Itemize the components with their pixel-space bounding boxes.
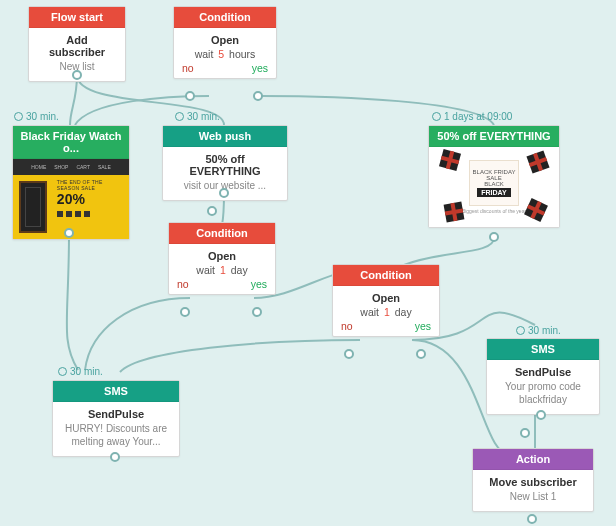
node-title: SendPulse bbox=[61, 408, 171, 420]
node-condition[interactable]: Condition Open wait 1 day no yes bbox=[168, 222, 276, 295]
port-yes[interactable] bbox=[252, 307, 262, 317]
timer-label: 30 min. bbox=[175, 111, 220, 122]
timer-label: 30 min. bbox=[516, 325, 561, 336]
node-condition[interactable]: Condition Open wait 1 day no yes bbox=[332, 264, 440, 337]
port-out[interactable] bbox=[110, 452, 120, 462]
port-no[interactable] bbox=[344, 349, 354, 359]
branch-no[interactable]: no bbox=[177, 278, 189, 290]
port-yes[interactable] bbox=[253, 91, 263, 101]
node-title: Add subscriber bbox=[37, 34, 117, 58]
condition-wait: wait 1 day bbox=[341, 306, 431, 318]
node-header: Black Friday Watch o... bbox=[13, 126, 129, 159]
node-header: SMS bbox=[487, 339, 599, 360]
port-out[interactable] bbox=[219, 188, 229, 198]
port-aux[interactable] bbox=[520, 428, 530, 438]
branch-no[interactable]: no bbox=[341, 320, 353, 332]
port-no[interactable] bbox=[185, 91, 195, 101]
branch-no[interactable]: no bbox=[182, 62, 194, 74]
condition-wait: wait 1 day bbox=[177, 264, 267, 276]
port-out[interactable] bbox=[72, 70, 82, 80]
node-condition[interactable]: Condition Open wait 5 hours no yes bbox=[173, 6, 277, 79]
node-title: Move subscriber bbox=[481, 476, 585, 488]
node-sms[interactable]: SMS SendPulse HURRY! Discounts are melti… bbox=[52, 380, 180, 457]
condition-type: Open bbox=[341, 292, 431, 304]
condition-branches: no yes bbox=[174, 62, 276, 78]
branch-yes[interactable]: yes bbox=[415, 320, 431, 332]
node-email-fifty[interactable]: 50% off EVERYTHING BLACK FRIDAY SALE BLA… bbox=[428, 125, 560, 228]
email-preview: HOMESHOPCARTSALE The end of the season s… bbox=[13, 159, 129, 239]
timer-label: 30 min. bbox=[58, 366, 103, 377]
branch-yes[interactable]: yes bbox=[252, 62, 268, 74]
branch-yes[interactable]: yes bbox=[251, 278, 267, 290]
condition-type: Open bbox=[182, 34, 268, 46]
node-header: Condition bbox=[333, 265, 439, 286]
node-subtitle: HURRY! Discounts are melting away Your..… bbox=[61, 422, 171, 448]
port-out[interactable] bbox=[527, 514, 537, 524]
node-header: 50% off EVERYTHING bbox=[429, 126, 559, 147]
port-out[interactable] bbox=[536, 410, 546, 420]
node-title: SendPulse bbox=[495, 366, 591, 378]
node-sms[interactable]: SMS SendPulse Your promo code blackfrida… bbox=[486, 338, 600, 415]
condition-wait: wait 5 hours bbox=[182, 48, 268, 60]
node-header: Action bbox=[473, 449, 593, 470]
email-preview: BLACK FRIDAY SALE BLACK FRIDAY Biggest d… bbox=[429, 147, 559, 227]
port-no[interactable] bbox=[180, 307, 190, 317]
condition-branches: no yes bbox=[169, 278, 275, 294]
node-header: Condition bbox=[169, 223, 275, 244]
port-out[interactable] bbox=[489, 232, 499, 242]
node-header: Web push bbox=[163, 126, 287, 147]
port-out[interactable] bbox=[64, 228, 74, 238]
node-header: Flow start bbox=[29, 7, 125, 28]
node-header: SMS bbox=[53, 381, 179, 402]
node-subtitle: Your promo code blackfriday bbox=[495, 380, 591, 406]
node-subtitle: New List 1 bbox=[481, 490, 585, 503]
timer-label: 1 days at 09:00 bbox=[432, 111, 512, 122]
node-action[interactable]: Action Move subscriber New List 1 bbox=[472, 448, 594, 512]
port-yes[interactable] bbox=[416, 349, 426, 359]
condition-type: Open bbox=[177, 250, 267, 262]
node-header: Condition bbox=[174, 7, 276, 28]
port-aux[interactable] bbox=[207, 206, 217, 216]
timer-label: 30 min. bbox=[14, 111, 59, 122]
condition-branches: no yes bbox=[333, 320, 439, 336]
node-title: 50% off EVERYTHING bbox=[171, 153, 279, 177]
node-email-bfwatch[interactable]: Black Friday Watch o... HOMESHOPCARTSALE… bbox=[12, 125, 130, 240]
